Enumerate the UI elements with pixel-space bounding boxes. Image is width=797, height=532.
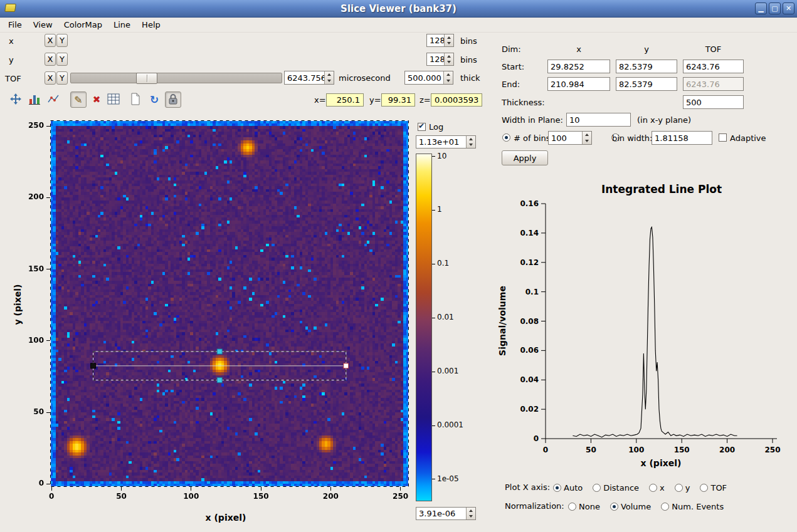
plot-x-axis-label: Plot X axis: (505, 482, 550, 492)
move-icon (9, 93, 22, 107)
tof-thickness-value: 500.000 (408, 73, 441, 83)
close-button[interactable]: ✕ (783, 3, 794, 14)
normalization-label: Normalization: (505, 501, 564, 511)
x-bins-spinbox[interactable]: 128 (426, 34, 454, 47)
plot-x-axis-radio-distance[interactable] (593, 484, 601, 492)
log-checkbox-label: Log (429, 122, 443, 132)
refresh-icon: ↻ (150, 93, 159, 106)
menu-item-view[interactable]: View (28, 18, 58, 31)
clear-line-button[interactable]: ✖ (88, 91, 105, 108)
pan-tool-button[interactable] (8, 91, 24, 108)
log-checkbox[interactable] (418, 123, 426, 131)
main-plot-xtick (51, 487, 52, 491)
refresh-button[interactable]: ↻ (146, 91, 162, 108)
plot-x-axis-option-tof[interactable]: TOF (700, 483, 727, 493)
end-y-field[interactable]: 82.5379 (616, 77, 677, 91)
chart-tool-button[interactable] (26, 91, 43, 108)
menu-item-line[interactable]: Line (108, 18, 136, 31)
num-bins-radio[interactable] (502, 133, 510, 142)
line-overlay-tool-button[interactable] (45, 91, 61, 108)
end-x-field[interactable]: 210.984 (547, 77, 610, 91)
adaptive-checkbox[interactable] (719, 133, 727, 142)
plot-x-axis-option-y[interactable]: y (675, 483, 690, 493)
table-view-button[interactable] (105, 91, 122, 108)
colorbar-tick (432, 264, 435, 264)
normalization-radio-num-events[interactable] (661, 503, 669, 511)
spin-arrows[interactable] (466, 136, 475, 148)
plot-x-axis-radio-auto[interactable] (553, 484, 561, 492)
spin-arrows[interactable] (443, 71, 453, 84)
start-x-field[interactable]: 29.8252 (547, 60, 610, 73)
plot-x-axis-radio-tof[interactable] (700, 484, 708, 492)
lock-button[interactable] (165, 91, 181, 108)
y-bins-spinbox[interactable]: 128 (426, 53, 454, 66)
normalization-option-num-events[interactable]: Num. Events (661, 502, 724, 511)
colorbar-max-value: 1.13e+01 (419, 137, 459, 147)
slice-overlay[interactable] (50, 120, 409, 487)
line-start-handle[interactable] (91, 363, 96, 368)
y-row-x-button[interactable]: X (45, 53, 56, 66)
main-plot-ytick (46, 412, 50, 413)
menu-item-help[interactable]: Help (136, 18, 166, 31)
plot-x-axis-option-x[interactable]: x (649, 483, 665, 493)
x-row-x-button[interactable]: X (45, 34, 56, 47)
cursor-x-label: x= (314, 95, 326, 105)
main-plot-xtick-label: 250 (391, 492, 410, 501)
start-y-field[interactable]: 82.5379 (616, 60, 677, 73)
tof-row-y-button[interactable]: Y (56, 71, 68, 85)
colorbar-tick-label: 0.0001 (437, 420, 463, 429)
thickness-field[interactable]: 500 (683, 95, 744, 109)
tof-row-label: TOF (5, 74, 21, 83)
y-row-label: y (9, 55, 14, 65)
spin-arrows[interactable] (466, 508, 475, 519)
apply-button[interactable]: Apply (502, 150, 548, 165)
width-in-plane-field[interactable]: 10 (566, 113, 631, 127)
spin-arrows[interactable] (324, 71, 334, 84)
line-plot-ytick-label: 0.04 (520, 375, 539, 384)
normalization-option-none[interactable]: None (568, 502, 600, 511)
spin-arrows[interactable] (582, 132, 591, 144)
tof-row-x-button[interactable]: X (45, 71, 56, 85)
width-bottom-handle[interactable] (217, 378, 222, 383)
line-plot-xtick-label: 100 (628, 446, 644, 454)
main-plot-xtick-label: 200 (321, 492, 340, 501)
tof-thickness-spinbox[interactable]: 500.000 (404, 71, 453, 85)
tof-value-spinbox[interactable]: 6243.756 (284, 71, 334, 85)
menu-item-colormap[interactable]: ColorMap (58, 18, 108, 31)
bin-width-field[interactable]: 1.81158 (652, 131, 712, 145)
thickness-label: Thickness: (502, 98, 545, 107)
colorbar-tick-label: 0.1 (437, 259, 449, 268)
tof-slider[interactable] (70, 73, 282, 83)
cursor-z-value: 0.0003593 (431, 93, 482, 107)
x-bins-label: bins (460, 36, 477, 46)
x-row-y-button[interactable]: Y (56, 34, 68, 47)
titlebar[interactable]: Slice Viewer (bank37) ▁ ▢ ✕ (0, 0, 797, 18)
y-row-y-button[interactable]: Y (56, 53, 68, 66)
normalization-radio-volume[interactable] (610, 503, 618, 511)
spin-arrows[interactable] (444, 34, 453, 46)
line-plot-xtick-label: 250 (764, 446, 780, 454)
snapshot-button[interactable] (127, 91, 144, 108)
colorbar-max-spinbox[interactable]: 1.13e+01 (416, 135, 476, 149)
normalization-option-volume[interactable]: Volume (610, 502, 651, 511)
maximize-button[interactable]: ▢ (769, 3, 781, 14)
spin-arrows[interactable] (444, 53, 453, 65)
colorbar-min-spinbox[interactable]: 3.91e-06 (416, 507, 476, 520)
num-bins-spinbox[interactable]: 100 (548, 131, 592, 145)
plot-x-axis-radio-x[interactable] (649, 484, 657, 492)
colorbar-gradient[interactable] (416, 154, 432, 501)
line-plot-xtick-label: 200 (719, 446, 735, 454)
main-plot-ylabel: y (pixel) (13, 267, 23, 342)
width-top-handle[interactable] (217, 349, 222, 354)
menu-item-file[interactable]: File (3, 18, 28, 31)
plot-x-axis-radio-y[interactable] (675, 484, 683, 492)
normalization-radio-none[interactable] (568, 503, 576, 511)
plot-x-axis-option-auto[interactable]: Auto (553, 483, 583, 493)
plot-x-axis-label-distance: Distance (603, 483, 639, 493)
line-end-handle[interactable] (344, 363, 349, 368)
start-tof-field[interactable]: 6243.76 (683, 60, 744, 73)
draw-line-button[interactable]: ✎ (70, 91, 87, 108)
minimize-button[interactable]: ▁ (755, 3, 767, 14)
plot-x-axis-option-distance[interactable]: Distance (593, 483, 639, 493)
tof-slider-handle[interactable] (136, 73, 157, 84)
